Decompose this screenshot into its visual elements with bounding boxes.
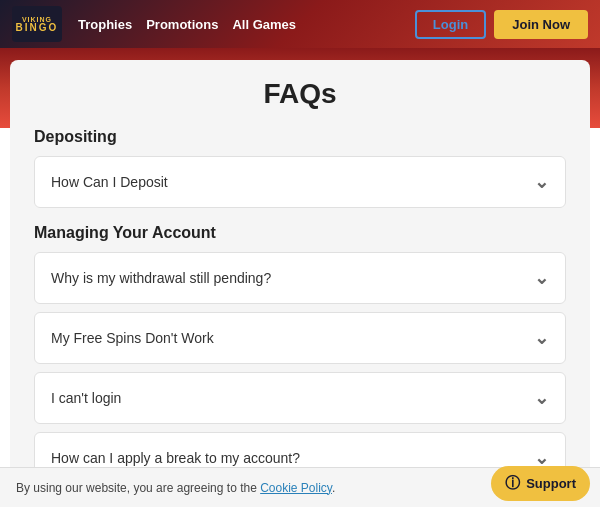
faq-question-deposit: How Can I Deposit: [51, 174, 168, 190]
chevron-down-icon: ⌄: [534, 387, 549, 409]
faq-question-break: How can I apply a break to my account?: [51, 450, 300, 466]
faq-item-cant-login[interactable]: I can't login ⌄: [34, 372, 566, 424]
support-icon: ⓘ: [505, 474, 520, 493]
faq-item-free-spins[interactable]: My Free Spins Don't Work ⌄: [34, 312, 566, 364]
logo-text-bottom: BINGO: [16, 23, 59, 33]
support-button[interactable]: ⓘ Support: [491, 466, 590, 501]
chevron-down-icon: ⌄: [534, 171, 549, 193]
faq-item-withdrawal[interactable]: Why is my withdrawal still pending? ⌄: [34, 252, 566, 304]
cookie-policy-link[interactable]: Cookie Policy: [260, 481, 332, 495]
content-inner: FAQs Depositing How Can I Deposit ⌄ Mana…: [10, 60, 590, 507]
faq-question-free-spins: My Free Spins Don't Work: [51, 330, 214, 346]
nav-trophies[interactable]: Trophies: [78, 17, 132, 32]
depositing-section: Depositing How Can I Deposit ⌄: [34, 128, 566, 208]
cookie-text: By using our website, you are agreeing t…: [16, 481, 559, 495]
support-label: Support: [526, 476, 576, 491]
logo[interactable]: VIKING BINGO: [12, 6, 62, 42]
main-content: FAQs Depositing How Can I Deposit ⌄ Mana…: [10, 60, 590, 507]
chevron-down-icon: ⌄: [534, 327, 549, 349]
faq-question-cant-login: I can't login: [51, 390, 121, 406]
nav-promotions[interactable]: Promotions: [146, 17, 218, 32]
login-button[interactable]: Login: [415, 10, 486, 39]
managing-account-section: Managing Your Account Why is my withdraw…: [34, 224, 566, 507]
join-button[interactable]: Join Now: [494, 10, 588, 39]
faq-item-deposit[interactable]: How Can I Deposit ⌄: [34, 156, 566, 208]
chevron-down-icon: ⌄: [534, 267, 549, 289]
nav-all-games[interactable]: All Games: [232, 17, 296, 32]
nav-links: Trophies Promotions All Games: [78, 17, 399, 32]
managing-account-heading: Managing Your Account: [34, 224, 566, 242]
logo-image: VIKING BINGO: [12, 6, 62, 42]
nav-actions: Login Join Now: [415, 10, 588, 39]
page-title: FAQs: [34, 78, 566, 110]
depositing-heading: Depositing: [34, 128, 566, 146]
navbar: VIKING BINGO Trophies Promotions All Gam…: [0, 0, 600, 48]
faq-question-withdrawal: Why is my withdrawal still pending?: [51, 270, 271, 286]
